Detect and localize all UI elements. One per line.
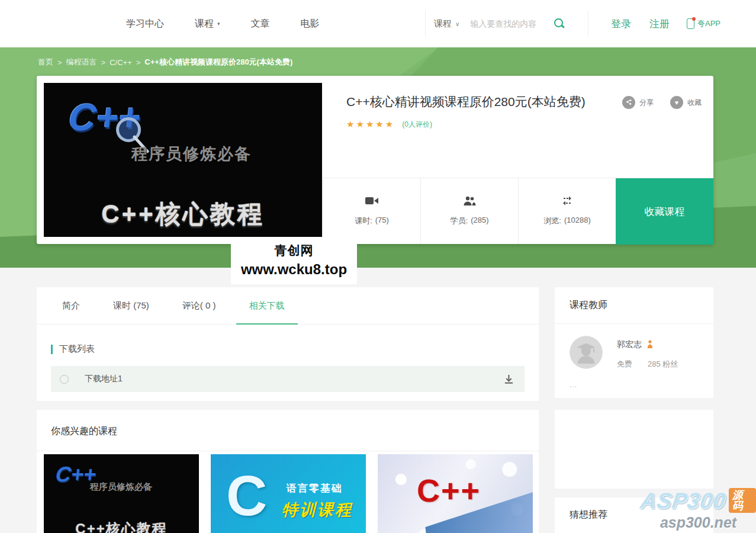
- tab-intro[interactable]: 简介: [62, 287, 80, 324]
- search-category-label: 课程: [434, 18, 452, 30]
- app-link[interactable]: 夸APP: [687, 18, 720, 29]
- course-cover-image: C++ 程序员修炼必备 C++核心教程: [44, 83, 322, 237]
- interested-courses-title: 你感兴趣的课程: [37, 410, 539, 438]
- search-icon: [554, 18, 563, 27]
- breadcrumb-category[interactable]: 编程语言: [66, 57, 97, 68]
- share-icon: [622, 96, 635, 109]
- stat-lessons-label: 课时:: [355, 216, 372, 226]
- main-nav: 学习中心 课程 ▾ 文章 电影: [126, 0, 320, 47]
- favorite-label: 收藏: [687, 98, 702, 108]
- thumb-subtitle: 程序员修炼必备: [90, 481, 152, 493]
- thumb-c-logo: C: [226, 467, 267, 524]
- favorite-course-button[interactable]: 收藏课程: [616, 178, 713, 245]
- download-icon[interactable]: [504, 374, 514, 384]
- heading-bar: [51, 345, 53, 354]
- notification-dot-icon: [692, 17, 696, 21]
- interested-courses-card: 你感兴趣的课程 C++ 程序员修炼必备 C++核心教程 C 语言零基础 特训课程…: [37, 410, 539, 533]
- stat-students-label: 学员:: [451, 216, 468, 226]
- search-input[interactable]: [469, 18, 553, 29]
- views-icon: [559, 196, 575, 208]
- course-thumbnail-cpp-core[interactable]: C++ 程序员修炼必备 C++核心教程: [44, 454, 199, 533]
- teacher-row: 郭宏志 免费 285 粉丝: [570, 336, 678, 370]
- phone-icon: [687, 18, 694, 29]
- recommend-card: 猜想推荐: [555, 497, 713, 533]
- nav-learning-center[interactable]: 学习中心: [126, 18, 164, 30]
- teacher-more-ellipsis: ...: [570, 381, 577, 389]
- magnifier-icon: [116, 117, 141, 142]
- stat-students-value: (285): [471, 216, 488, 226]
- recommend-title: 猜想推荐: [555, 497, 713, 521]
- rating-stars: ★★★★★: [346, 119, 395, 130]
- thumb-title: C++核心教程: [44, 519, 199, 533]
- thumb-line2: 特训课程: [282, 499, 353, 521]
- nav-courses[interactable]: 课程 ▾: [195, 18, 220, 30]
- nav-articles[interactable]: 文章: [251, 18, 270, 30]
- teacher-card: 课程教师 郭宏志 免费 285 粉丝 ...: [555, 287, 713, 398]
- download-list-title: 下载列表: [59, 343, 95, 355]
- nav-courses-label: 课程: [195, 18, 214, 30]
- asp300-tag: 源码: [729, 488, 756, 513]
- tab-downloads[interactable]: 相关下载: [249, 287, 285, 324]
- stat-lessons: 课时:(75): [323, 178, 420, 244]
- stat-views-value: (10288): [564, 216, 591, 226]
- app-label: 夸APP: [697, 18, 720, 29]
- radio-circle-icon: [60, 375, 69, 384]
- download-item-row[interactable]: 下载地址1: [51, 366, 525, 392]
- teacher-fans: 285 粉丝: [648, 359, 678, 370]
- chevron-down-icon: ∨: [455, 21, 459, 27]
- students-icon: [463, 196, 477, 208]
- stat-lessons-value: (75): [375, 216, 389, 226]
- download-item-label: 下载地址1: [85, 374, 123, 384]
- course-card: C++ 程序员修炼必备 C++核心教程 C++核心精讲视频课程原价280元(本站…: [37, 76, 713, 244]
- breadcrumb-subcategory[interactable]: C/C++: [110, 58, 132, 67]
- cover-subtitle: 程序员修炼必备: [131, 143, 252, 165]
- stat-views-label: 浏览:: [543, 216, 561, 226]
- login-link[interactable]: 登录: [611, 17, 631, 31]
- divider: [555, 323, 713, 324]
- thumb-line1: 语言零基础: [287, 481, 343, 495]
- course-thumbnail-c-basics[interactable]: C 语言零基础 特训课程: [211, 454, 366, 533]
- rating-count-link[interactable]: (0人评价): [402, 120, 432, 130]
- breadcrumb-current: C++核心精讲视频课程原价280元(本站免费): [144, 57, 292, 68]
- caret-down-icon: ▾: [217, 21, 220, 27]
- heart-icon: ♥: [670, 96, 683, 109]
- course-title: C++核心精讲视频课程原价280元(本站免费): [346, 94, 586, 110]
- cover-title: C++核心教程: [44, 198, 322, 231]
- course-stats: 课时:(75) 学员:(285) 浏览:(10288) 收藏课程: [323, 178, 713, 244]
- teacher-name-link[interactable]: 郭宏志: [617, 339, 642, 350]
- tab-comments[interactable]: 评论( 0 ): [182, 287, 216, 324]
- search-button[interactable]: [553, 16, 568, 31]
- teacher-badge-icon: [647, 340, 653, 350]
- course-thumbnail-cpp[interactable]: C++: [378, 454, 533, 533]
- search-category-select[interactable]: 课程 ∨: [434, 18, 459, 30]
- course-detail-card: 简介 课时 (75) 评论( 0 ) 相关下载 下载列表 下载地址1: [37, 287, 539, 401]
- video-camera-icon: [365, 196, 379, 208]
- breadcrumb-separator: >: [136, 58, 141, 67]
- site-watermark: 青创网 www.wcku8.top: [231, 237, 357, 284]
- divider: [37, 451, 539, 451]
- favorite-button[interactable]: ♥ 收藏: [670, 96, 702, 109]
- thumb-cpp-red-logo: C++: [417, 472, 481, 509]
- course-thumbnails: C++ 程序员修炼必备 C++核心教程 C 语言零基础 特训课程 C++: [44, 454, 533, 533]
- stat-students: 学员:(285): [420, 178, 518, 244]
- teacher-avatar[interactable]: [570, 336, 603, 369]
- sidebar-empty-card: [555, 410, 713, 489]
- share-favorite-group: 分享 ♥ 收藏: [622, 96, 702, 109]
- download-list-heading: 下载列表: [51, 343, 95, 355]
- share-label: 分享: [639, 98, 654, 108]
- tabs: 简介 课时 (75) 评论( 0 ) 相关下载: [37, 287, 539, 325]
- share-button[interactable]: 分享: [622, 96, 654, 109]
- breadcrumb: 首页 > 编程语言 > C/C++ > C++核心精讲视频课程原价280元(本站…: [38, 57, 292, 68]
- breadcrumb-home[interactable]: 首页: [38, 57, 53, 68]
- tab-lessons[interactable]: 课时 (75): [113, 287, 149, 324]
- nav-movies[interactable]: 电影: [301, 18, 320, 30]
- breadcrumb-separator: >: [101, 58, 106, 67]
- site-watermark-url: www.wcku8.top: [231, 261, 357, 278]
- register-link[interactable]: 注册: [649, 17, 670, 31]
- top-navbar: 学习中心 课程 ▾ 文章 电影 课程 ∨ 登录 注册 夸APP: [0, 0, 756, 47]
- auth-links: 登录 注册 夸APP: [611, 0, 720, 47]
- teacher-price: 免费: [617, 359, 632, 370]
- stat-views: 浏览:(10288): [518, 178, 616, 244]
- rating-row: ★★★★★ (0人评价): [346, 119, 432, 130]
- search-bar: 课程 ∨: [425, 11, 588, 37]
